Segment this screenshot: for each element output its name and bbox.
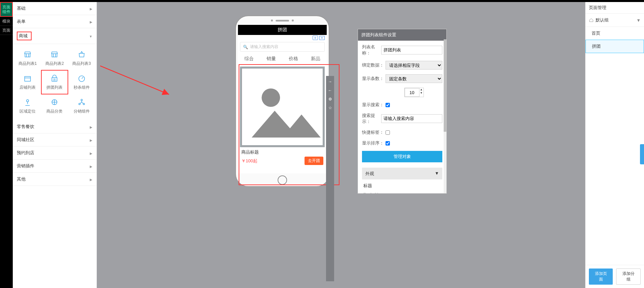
toolbar-back-icon[interactable]: ←	[328, 88, 332, 93]
category-label: 表单	[17, 18, 26, 25]
toolbar-star-icon[interactable]: ☆	[328, 106, 332, 110]
appearance-header[interactable]: 外观 ▼	[362, 168, 442, 179]
checkbox-show-search[interactable]	[386, 103, 390, 107]
search-icon: 🔍	[243, 45, 248, 49]
canvas-area: 拼团 ≡ ✕ 🔍 请输入搜索内容 综合 销量 价格 新品	[97, 2, 585, 288]
chevron-right-icon	[90, 137, 92, 142]
category-label: 基础	[17, 5, 26, 11]
comp-seckill[interactable]: 秒杀组件	[68, 70, 95, 94]
comp-label: 商品分类	[46, 109, 63, 114]
page-item-home[interactable]: 首页	[586, 27, 644, 40]
phone-home-button-icon	[278, 175, 287, 185]
close-icon[interactable]: ✕	[319, 36, 325, 40]
image-placeholder-icon	[240, 67, 325, 147]
tab-sales[interactable]: 销量	[267, 56, 276, 62]
label-show-sort: 显示排序：	[362, 140, 386, 146]
svg-point-5	[81, 99, 82, 100]
page-manager-title: 页面管理	[586, 2, 644, 14]
comp-groupbuy-list[interactable]: 团 拼团列表	[41, 70, 68, 94]
chevron-right-icon	[90, 151, 92, 156]
category-marketing[interactable]: 营销插件	[13, 160, 96, 173]
comp-label: 店铺列表	[19, 85, 36, 90]
phone-sort-tabs: 综合 销量 价格 新品	[238, 53, 327, 65]
underline-icon[interactable]: U	[375, 192, 378, 193]
add-group-button[interactable]: 添加分组	[616, 269, 641, 285]
add-page-button[interactable]: 添加页面	[589, 269, 613, 285]
comp-product-list-1[interactable]: 商品列表1	[14, 47, 41, 70]
input-search-hint[interactable]	[381, 114, 442, 123]
scrollbar-thumb[interactable]	[444, 39, 446, 132]
comp-distribution[interactable]: 分销组件	[68, 94, 95, 118]
page-list: 首页 拼团	[586, 27, 644, 265]
left-tab-page-components[interactable]: 页面 组件	[0, 2, 13, 17]
category-label: 同城社区	[17, 137, 34, 143]
svg-text:团: 团	[53, 78, 56, 81]
manage-objects-button[interactable]: 管理对象	[362, 151, 442, 162]
tab-new[interactable]: 新品	[311, 56, 320, 62]
label-count: 显示条数：	[362, 76, 386, 82]
category-community[interactable]: 同城社区	[13, 133, 96, 147]
stepper-count[interactable]: ▲ ▼	[404, 88, 424, 97]
comp-product-category[interactable]: 商品分类	[41, 94, 68, 118]
comp-product-list-2[interactable]: 商品列表2	[41, 47, 68, 70]
comp-label: 商品列表2	[45, 61, 64, 67]
component-side-panel: 基础 表单 商城 商品列表1 商品列表2 商品列表3	[13, 2, 97, 288]
input-count-value[interactable]	[405, 88, 419, 97]
left-tab-modules[interactable]: 模块	[0, 17, 13, 26]
comp-label: 分销组件	[74, 109, 90, 114]
bold-icon[interactable]: B	[363, 192, 366, 193]
page-item-groupbuy[interactable]: 拼团	[586, 40, 644, 53]
right-edge-feedback-tab[interactable]	[640, 144, 644, 164]
select-count-mode[interactable]: 固定条数	[386, 74, 442, 83]
stepper-up-icon[interactable]: ▲	[419, 88, 424, 91]
more-format-icon[interactable]: ≡	[381, 192, 384, 193]
comp-label: 区域定位	[19, 109, 36, 114]
stepper-down-icon[interactable]: ▼	[419, 91, 424, 95]
settings-scrollbar[interactable]	[444, 39, 446, 193]
appearance-title: 外观	[365, 171, 374, 177]
left-tab-pages[interactable]: 页面	[0, 26, 13, 35]
category-form[interactable]: 表单	[13, 15, 96, 28]
home-icon	[589, 18, 594, 23]
input-list-name[interactable]	[381, 46, 442, 54]
category-label: 预约到店	[17, 150, 34, 156]
category-label: 营销插件	[17, 163, 34, 169]
comp-label: 商品列表3	[72, 61, 91, 67]
category-retail[interactable]: 零售餐饮	[13, 120, 96, 133]
go-group-button[interactable]: 去开团	[305, 157, 323, 165]
phone-screen: 拼团 ≡ ✕ 🔍 请输入搜索内容 综合 销量 价格 新品	[238, 25, 327, 173]
settings-header: 拼团列表组件设置	[358, 29, 446, 41]
italic-icon[interactable]: I	[370, 192, 371, 193]
groupbuy-icon: 团	[50, 74, 59, 83]
checkbox-quick-tag[interactable]	[386, 130, 390, 135]
category-booking[interactable]: 预约到店	[13, 147, 96, 160]
hamburger-icon[interactable]: ≡	[313, 36, 318, 40]
rich-text-toolbar: B I U ≡	[363, 192, 441, 193]
category-label: 零售餐饮	[17, 124, 34, 130]
label-quick-tag: 快捷标签：	[362, 129, 386, 135]
phone-speaker-icon	[236, 16, 329, 25]
category-basic[interactable]: 基础	[13, 2, 96, 15]
comp-label: 秒杀组件	[74, 85, 90, 90]
phone-search-input[interactable]: 🔍 请输入搜索内容	[240, 42, 325, 52]
category-other[interactable]: 其他	[13, 173, 96, 186]
component-grid: 商品列表1 商品列表2 商品列表3 店铺列表 团 拼团列表 秒杀组件	[13, 44, 96, 120]
product-title: 商品标题	[240, 147, 325, 156]
page-group-default[interactable]: 默认组 ▼	[586, 14, 644, 27]
comp-area-locate[interactable]: 区域定位	[14, 94, 41, 118]
toolbar-settings-icon[interactable]: ⚙	[328, 97, 332, 101]
toolbar-forward-icon[interactable]: →	[328, 79, 332, 84]
comp-shop-list[interactable]: 店铺列表	[14, 70, 41, 94]
tab-default[interactable]: 综合	[244, 56, 254, 62]
checkbox-show-sort[interactable]	[386, 141, 390, 146]
product-card[interactable]: 商品标题 ￥100起 去开团	[240, 67, 325, 167]
comp-product-list-3[interactable]: 商品列表3	[68, 47, 95, 70]
tab-price[interactable]: 价格	[289, 56, 298, 62]
comp-label: 拼团列表	[46, 85, 63, 90]
left-vertical-tabs: 页面 组件 模块 页面	[0, 2, 13, 288]
label-search-hint: 搜索提示：	[362, 113, 381, 125]
select-bind-data[interactable]: 请选择相应字段	[386, 61, 442, 70]
phone-search-placeholder: 请输入搜索内容	[250, 44, 278, 50]
category-mall[interactable]: 商城	[13, 28, 96, 44]
phone-frame: 拼团 ≡ ✕ 🔍 请输入搜索内容 综合 销量 价格 新品	[235, 15, 329, 187]
